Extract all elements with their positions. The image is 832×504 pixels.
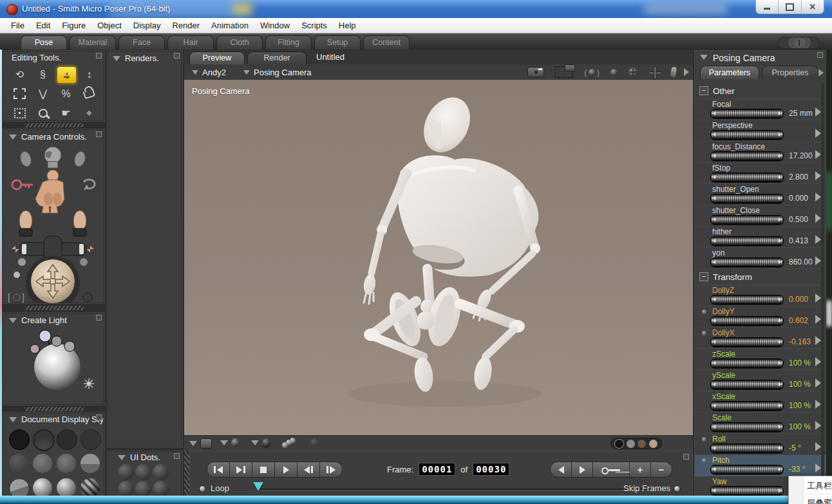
- figure-andy2[interactable]: [184, 80, 693, 435]
- background-color-selector[interactable]: [610, 438, 662, 449]
- dial-right-arrow-icon[interactable]: [779, 260, 782, 264]
- ghost-control[interactable]: [310, 438, 319, 447]
- dial-right-arrow-icon[interactable]: [779, 133, 782, 136]
- panel-menu-icon[interactable]: [817, 52, 823, 58]
- bracketed-ball-icon[interactable]: (): [584, 68, 600, 77]
- menu-figure[interactable]: Figure: [56, 21, 91, 30]
- param-dial[interactable]: [710, 236, 784, 246]
- expand-arrow-icon[interactable]: [684, 68, 689, 76]
- dial-right-arrow-icon[interactable]: [779, 340, 782, 344]
- tab-render[interactable]: Render: [247, 51, 307, 64]
- tracking-control[interactable]: [251, 438, 270, 447]
- delete-keyframe-button[interactable]: −: [650, 462, 672, 478]
- param-menu-arrow-icon[interactable]: [815, 315, 821, 324]
- param-menu-arrow-icon[interactable]: [815, 336, 821, 345]
- dial-right-arrow-icon[interactable]: [779, 467, 782, 471]
- menu-item-toolbars[interactable]: 工具栏: [807, 480, 832, 492]
- param-value[interactable]: 2.800: [789, 173, 808, 182]
- room-tab-face[interactable]: Face: [118, 35, 165, 50]
- param-menu-arrow-icon[interactable]: [815, 235, 821, 244]
- style-lit-wireframe[interactable]: [9, 454, 28, 473]
- dial-left-arrow-icon[interactable]: [712, 175, 715, 179]
- param-value[interactable]: 100 %: [789, 401, 811, 410]
- collapse-icon[interactable]: [9, 318, 17, 323]
- current-frame-field[interactable]: 00001: [419, 463, 455, 476]
- param-menu-arrow-icon[interactable]: [815, 150, 821, 159]
- restore-button[interactable]: [779, 0, 801, 14]
- collapse-icon[interactable]: [118, 455, 126, 460]
- dial-right-arrow-icon[interactable]: [779, 111, 782, 115]
- tool-view-magnifier-icon[interactable]: [33, 105, 52, 121]
- room-tab-hair[interactable]: Hair: [167, 35, 214, 50]
- param-dial[interactable]: [710, 465, 784, 474]
- panel-scrollbar[interactable]: [821, 83, 824, 501]
- param-dial[interactable]: [710, 130, 784, 140]
- dial-right-arrow-icon[interactable]: [779, 404, 782, 407]
- bg-color-swatch[interactable]: [649, 440, 657, 448]
- panel-menu-icon[interactable]: [96, 315, 102, 321]
- tab-properties[interactable]: Properties: [762, 66, 818, 79]
- style-smooth-lined[interactable]: [57, 478, 76, 498]
- param-dial[interactable]: [710, 295, 784, 304]
- timeline-scrubber[interactable]: [253, 482, 263, 491]
- bg-color-swatch[interactable]: [615, 440, 623, 448]
- bg-color-swatch[interactable]: [638, 440, 646, 448]
- param-menu-arrow-icon[interactable]: [815, 357, 821, 366]
- param-value[interactable]: 17.200: [789, 151, 813, 160]
- param-value[interactable]: -5 °: [789, 443, 801, 453]
- dial-left-arrow-icon[interactable]: [712, 154, 715, 158]
- skip-frames-indicator[interactable]: [674, 485, 681, 492]
- tracking-mode-control[interactable]: [282, 438, 296, 449]
- collapse-icon[interactable]: [9, 135, 17, 140]
- param-menu-arrow-icon[interactable]: [815, 294, 821, 303]
- title-bar[interactable]: Untitled - Smith Micro Poser Pro (64-bit…: [0, 0, 832, 18]
- tool-color-icon[interactable]: [80, 86, 99, 102]
- param-dial[interactable]: [710, 151, 784, 161]
- figure-selector[interactable]: Andy2: [192, 68, 226, 77]
- ui-dot[interactable]: [135, 481, 151, 497]
- play-button[interactable]: [274, 462, 298, 478]
- param-value[interactable]: 100 %: [789, 422, 811, 431]
- dial-right-arrow-icon[interactable]: [779, 196, 782, 200]
- dial-left-arrow-icon[interactable]: [712, 489, 715, 492]
- tool-rotate-icon[interactable]: ⟲: [10, 66, 29, 82]
- collapse-icon[interactable]: [9, 417, 17, 422]
- param-value[interactable]: 0.413: [789, 236, 808, 245]
- ui-dot[interactable]: [153, 464, 169, 480]
- camera-icon[interactable]: [527, 67, 544, 77]
- param-value[interactable]: 860.00: [789, 257, 813, 266]
- room-tab-material[interactable]: Material: [70, 35, 116, 50]
- create-light-graphic[interactable]: [3, 327, 104, 404]
- tool-translate-pull-icon[interactable]: ↔↕: [57, 66, 77, 84]
- menu-edit[interactable]: Edit: [30, 21, 56, 30]
- dial-left-arrow-icon[interactable]: [712, 297, 715, 301]
- menu-help[interactable]: Help: [333, 21, 362, 30]
- loop-indicator[interactable]: [199, 485, 206, 492]
- ball-icon[interactable]: [610, 69, 618, 76]
- param-dial[interactable]: [710, 443, 784, 453]
- dial-right-arrow-icon[interactable]: [779, 382, 782, 386]
- style-flat-shaded[interactable]: [33, 454, 52, 473]
- panel-divider[interactable]: [24, 123, 84, 127]
- area-render-camera-icon[interactable]: [555, 66, 573, 78]
- param-menu-arrow-icon[interactable]: [815, 442, 821, 451]
- tool-translate-in-out-icon[interactable]: ↕: [80, 66, 99, 82]
- tool-morphing-tool-icon[interactable]: ☛: [57, 105, 75, 121]
- param-dial[interactable]: [710, 215, 784, 225]
- param-dial[interactable]: [710, 109, 784, 118]
- param-dial[interactable]: [710, 194, 784, 203]
- ui-dot[interactable]: [153, 481, 169, 497]
- stop-button[interactable]: [252, 462, 275, 478]
- dial-left-arrow-icon[interactable]: [712, 382, 715, 386]
- param-value[interactable]: -0.163: [789, 337, 811, 346]
- menu-animation[interactable]: Animation: [205, 21, 254, 30]
- menu-file[interactable]: File: [5, 21, 30, 30]
- param-menu-arrow-icon[interactable]: [815, 378, 821, 387]
- tool-scale-icon[interactable]: [10, 86, 29, 102]
- camera-controls-graphic[interactable]: [ ]: [3, 142, 104, 303]
- param-value[interactable]: -33 °: [789, 465, 805, 474]
- collapse-icon[interactable]: [700, 55, 708, 60]
- step-back-button[interactable]: [297, 462, 320, 478]
- param-menu-arrow-icon[interactable]: [815, 192, 821, 201]
- panel-menu-icon[interactable]: [96, 131, 102, 137]
